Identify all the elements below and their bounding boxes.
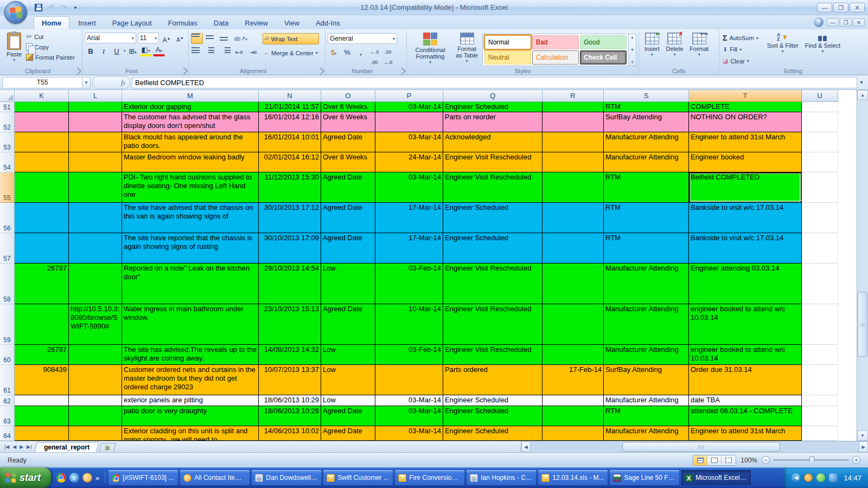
cell-L58[interactable] — [69, 264, 122, 304]
clear-button[interactable]: ◪Clear▾ — [722, 56, 760, 66]
increase-indent-button[interactable]: ⇥≡ — [247, 47, 259, 57]
decrease-decimal-button[interactable]: .00→.0 — [382, 47, 394, 57]
cell-style-normal[interactable]: Normal — [484, 35, 531, 49]
middle-align-button[interactable] — [205, 33, 217, 44]
row-header-56[interactable]: 56 — [0, 203, 15, 233]
cell-T51[interactable]: COMPLETE — [689, 102, 802, 112]
cell-N57[interactable]: 30/10/2013 17:09 — [259, 233, 321, 264]
cell-Q51[interactable]: Engineer Scheduled — [443, 102, 542, 112]
column-header-L[interactable]: L — [69, 90, 122, 102]
cell-N56[interactable]: 30/10/2013 17:12 — [259, 203, 321, 233]
column-header-M[interactable]: M — [122, 90, 259, 102]
column-header-T[interactable]: T — [689, 90, 802, 102]
tray-volume-icon[interactable] — [829, 473, 838, 482]
font-family-select[interactable]: Arial▾ — [85, 33, 136, 43]
cell-M56[interactable]: The site have advised that the chassis o… — [122, 203, 259, 233]
zoom-out-icon[interactable]: − — [762, 456, 770, 464]
cell-T61[interactable]: Order due 31.03.14 — [689, 365, 802, 395]
cell-M58[interactable]: Reported on a note" Leak on the kitchen … — [122, 264, 259, 304]
ribbon-tab-formulas[interactable]: Formulas — [161, 17, 205, 29]
cell-Q52[interactable]: Parts on reorder — [443, 112, 542, 132]
cell-T53[interactable]: Engineer to attend 31st March — [689, 132, 802, 152]
cell-O56[interactable]: Agreed Date — [321, 203, 375, 233]
cell-S60[interactable]: Manufacturer Attending — [604, 345, 689, 365]
column-header-P[interactable]: P — [375, 90, 443, 102]
column-header-U[interactable]: U — [802, 90, 838, 102]
vertical-scroll-thumb[interactable]: ||| — [858, 292, 867, 357]
cell-L51[interactable] — [69, 102, 122, 112]
cell-N61[interactable]: 10/07/2013 13:37 — [259, 365, 321, 395]
cell-N55[interactable]: 11/12/2013 15:30 — [259, 172, 321, 203]
cell-Q61[interactable]: Parts ordered — [443, 365, 542, 395]
cell-L52[interactable] — [69, 112, 122, 132]
cell-T52[interactable]: NOTHING ON ORDER? — [689, 112, 802, 132]
cell-P63[interactable]: 03-Mar-14 — [375, 406, 443, 426]
cell-U51[interactable] — [802, 102, 838, 112]
workbook-minimize-button[interactable]: — — [827, 18, 839, 27]
cell-style-good[interactable]: Good — [580, 35, 627, 49]
cell-R55[interactable] — [542, 172, 604, 203]
cell-U62[interactable] — [802, 395, 838, 406]
cell-Q59[interactable]: Engineer Visit Rescheduled — [443, 304, 542, 345]
cell-M54[interactable]: Master Bedroom window leaking badly — [122, 152, 259, 172]
cell-S61[interactable]: SurfBay Attending — [604, 365, 689, 395]
quicklaunch-more-icon[interactable]: » — [95, 474, 99, 482]
taskbar-button-12-03-14-xls-m[interactable]: 12.03.14.xls - M... — [538, 470, 608, 485]
cell-S56[interactable]: RTM — [604, 203, 689, 233]
cell-L63[interactable] — [69, 406, 122, 426]
cell-R64[interactable] — [542, 426, 604, 441]
cell-K59[interactable] — [15, 304, 69, 345]
cell-U54[interactable] — [802, 152, 838, 172]
cell-K58[interactable]: 26787 — [15, 264, 69, 304]
italic-button[interactable]: I — [98, 46, 110, 56]
cell-R57[interactable] — [542, 233, 604, 264]
cell-T59[interactable]: engineer booked to attend w/c 10.03.14 — [689, 304, 802, 345]
cell-S54[interactable]: Manufacturer Attending — [604, 152, 689, 172]
cell-R51[interactable] — [542, 102, 604, 112]
scroll-down-icon[interactable]: ▼ — [857, 431, 868, 441]
cell-L61[interactable] — [69, 365, 122, 395]
first-sheet-icon[interactable]: |◀ — [4, 444, 9, 450]
increase-decimal-button[interactable]: ←.0.00 — [368, 47, 380, 57]
cell-S58[interactable]: Manufacturer Attending — [604, 264, 689, 304]
name-box-dropdown-icon[interactable]: ▼ — [82, 77, 91, 88]
cell-L57[interactable] — [69, 233, 122, 264]
taskbar-button-all-contact-items[interactable]: All Contact Items... — [180, 470, 250, 485]
cell-Q58[interactable]: Engineer Visit Rescheduled — [443, 264, 542, 304]
gallery-down-icon[interactable]: ▼ — [630, 48, 634, 52]
tray-reminder-icon[interactable] — [804, 473, 813, 482]
cell-P51[interactable]: 03-Mar-14 — [375, 102, 443, 112]
column-header-N[interactable]: N — [259, 90, 321, 102]
cell-R58[interactable] — [542, 264, 604, 304]
restore-button[interactable]: ❐ — [833, 3, 848, 12]
next-sheet-icon[interactable]: ▶ — [20, 444, 23, 450]
tray-status-icon[interactable] — [816, 473, 825, 482]
normal-view-button[interactable] — [693, 455, 707, 465]
wrap-text-button[interactable]: ⏎ Wrap Text — [263, 33, 319, 44]
cell-N54[interactable]: 02/01/2014 16:12 — [259, 152, 321, 172]
horizontal-scrollbar[interactable]: ◀ |||| ▶ — [521, 441, 868, 452]
cell-T62[interactable]: date TBA — [689, 395, 802, 406]
formula-input[interactable]: Belfield COMPLETED — [132, 77, 857, 88]
cell-P55[interactable]: 03-Mar-14 — [375, 172, 443, 203]
cell-style-calculation[interactable]: Calculation — [532, 50, 579, 65]
cell-O59[interactable]: Agreed Date — [321, 304, 375, 345]
cell-U59[interactable] — [802, 304, 838, 345]
taskbar-button-fire-conversion[interactable]: Fire Conversion - ... — [395, 470, 464, 485]
cell-Q56[interactable]: Engineer Scheduled — [443, 203, 542, 233]
row-header-64[interactable]: 64 — [0, 426, 15, 441]
cell-N51[interactable]: 21/01/2014 11:57 — [259, 102, 321, 112]
row-header-52[interactable]: 52 — [0, 112, 15, 132]
sheet-tab-general-report[interactable]: general_report — [35, 442, 99, 452]
insert-worksheet-tab[interactable] — [99, 443, 117, 452]
cell-L54[interactable] — [69, 152, 122, 172]
cell-Q60[interactable]: Engineer Visit Rescheduled — [443, 345, 542, 365]
cell-U64[interactable] — [802, 426, 838, 441]
cell-M59[interactable]: Water ingress in main bathroom under win… — [122, 304, 259, 345]
cell-T63[interactable]: attended 06.03.14 - COMPLETE — [689, 406, 802, 426]
cell-O63[interactable]: Agreed Date — [321, 406, 375, 426]
cell-R52[interactable] — [542, 112, 604, 132]
cell-Q57[interactable]: Engineer Scheduled — [443, 233, 542, 264]
row-header-61[interactable]: 61 — [0, 365, 15, 395]
cell-P59[interactable]: 10-Mar-14 — [375, 304, 443, 345]
